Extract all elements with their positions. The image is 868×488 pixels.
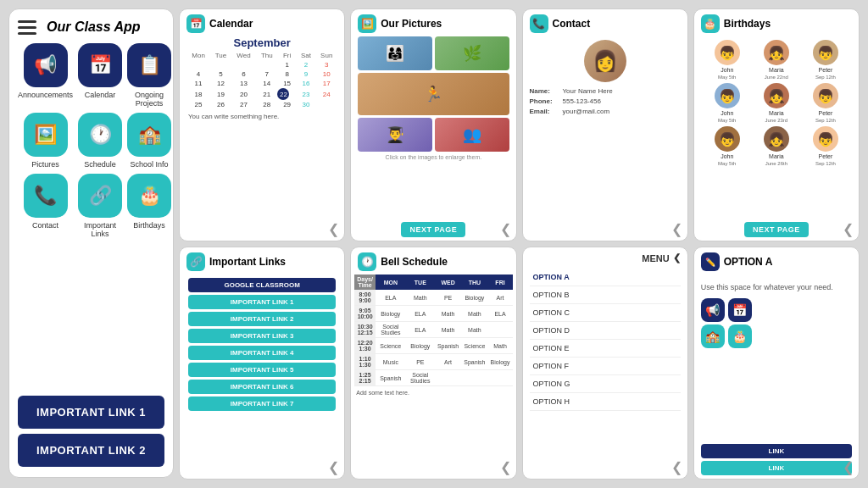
bday-date-5: Sep 12th bbox=[815, 118, 836, 123]
bday-item-5: 👦 Peter Sep 12th bbox=[803, 83, 849, 123]
bday-avatar-8: 👦 bbox=[813, 126, 838, 152]
bell-table: Days/Time MONTUEWEDTHUFRI 8:009:00 ELAMa… bbox=[354, 274, 512, 386]
bell-row-1: 8:009:00 ELAMathPEBiologyArt bbox=[354, 290, 512, 306]
bday-name-7: Maria bbox=[769, 153, 784, 159]
bell-schedule-icon: 🕐 bbox=[358, 252, 376, 271]
schedule-label: Schedule bbox=[84, 160, 116, 169]
option-a-link-btn-1[interactable]: LINK bbox=[701, 444, 852, 458]
icon-contact[interactable]: 📞 Contact bbox=[18, 174, 73, 238]
bell-schedule-nav-right[interactable]: ❮ bbox=[500, 459, 511, 475]
option-a-header: ✏️ OPTION A bbox=[694, 247, 859, 276]
bday-name-1: Maria bbox=[769, 67, 784, 73]
contact-nav-right[interactable]: ❮ bbox=[671, 221, 682, 237]
link-7[interactable]: IMPORTANT LINK 7 bbox=[188, 396, 336, 411]
birthdays-icon: 🎂 bbox=[127, 174, 171, 218]
link-button-1[interactable]: IMPORTANT LINK 1 bbox=[18, 396, 164, 429]
menu-item-option-c[interactable]: OPTION C bbox=[530, 304, 681, 322]
schedule-icon: 🕐 bbox=[78, 113, 122, 157]
option-a-grid-icon-3: 🏫 bbox=[701, 324, 725, 348]
birthdays-panel: 🎂 Birthdays 👦 John May 5th 👧 Maria June … bbox=[693, 8, 860, 241]
menu-item-option-f[interactable]: OPTION F bbox=[530, 358, 681, 375]
menu-close-icon[interactable]: ❮ bbox=[673, 252, 681, 263]
bday-item-3: 👦 John May 5th bbox=[704, 83, 750, 123]
link-3[interactable]: IMPORTANT LINK 3 bbox=[188, 329, 336, 343]
contact-panel-title: Contact bbox=[553, 18, 591, 30]
icon-school-info[interactable]: 🏫 School Info bbox=[127, 113, 171, 169]
bell-row-3: 10:3012:15 Social StudiesELAMathMath bbox=[354, 322, 512, 338]
bday-date-3: May 5th bbox=[718, 118, 736, 123]
birthdays-content: 👦 John May 5th 👧 Maria June 22nd 👦 Peter… bbox=[694, 36, 859, 219]
icon-announcements[interactable]: 📢 Announcements bbox=[18, 43, 73, 108]
icon-schedule[interactable]: 🕐 Schedule bbox=[78, 113, 122, 169]
important-links-nav-right[interactable]: ❮ bbox=[328, 459, 339, 475]
link-6[interactable]: IMPORTANT LINK 6 bbox=[188, 380, 336, 394]
icon-ongoing-projects[interactable]: 📋 Ongoing Projects bbox=[127, 43, 171, 108]
bell-row-5: 1:101:30 MusicPEArtSpanishBiology bbox=[354, 354, 512, 370]
hamburger-menu[interactable] bbox=[18, 20, 36, 35]
birthdays-next-page[interactable]: NEXT PAGE bbox=[744, 222, 809, 237]
bday-name-4: Maria bbox=[769, 110, 784, 116]
bday-avatar-0: 👦 bbox=[715, 40, 740, 65]
link-5[interactable]: IMPORTANT LINK 5 bbox=[188, 363, 336, 377]
picture-3[interactable]: 🏃 bbox=[358, 73, 509, 115]
ongoing-projects-icon: 📋 bbox=[127, 43, 171, 87]
bday-name-8: Peter bbox=[819, 153, 833, 159]
bday-name-6: John bbox=[721, 153, 733, 159]
calendar-header: 📅 Calendar bbox=[180, 9, 344, 36]
option-a-link-buttons: LINK LINK bbox=[694, 441, 859, 479]
menu-item-option-e[interactable]: OPTION E bbox=[530, 340, 681, 358]
bell-schedule-content: Days/Time MONTUEWEDTHUFRI 8:009:00 ELAMa… bbox=[351, 274, 515, 479]
contact-name-value: Your Name Here bbox=[563, 87, 613, 95]
app-container: Our Class App 📢 Announcements 📅 Calendar… bbox=[0, 0, 868, 488]
ongoing-projects-label: Ongoing Projects bbox=[127, 91, 171, 108]
option-a-grid-icon-1: 📢 bbox=[701, 298, 725, 322]
contact-avatar: 👩 bbox=[584, 40, 626, 82]
bell-schedule-panel: 🕐 Bell Schedule Days/Time MONTUEWEDTHUFR… bbox=[350, 247, 516, 480]
icon-important-links[interactable]: 🔗 Important Links bbox=[78, 174, 122, 238]
icon-birthdays[interactable]: 🎂 Birthdays bbox=[127, 174, 171, 238]
contact-content: 👩 Name: Your Name Here Phone: 555-123-45… bbox=[523, 36, 687, 241]
option-a-nav-right[interactable]: ❮ bbox=[843, 459, 854, 475]
option-a-link-btn-2[interactable]: LINK bbox=[701, 461, 852, 475]
picture-2[interactable]: 🌿 bbox=[435, 36, 509, 70]
bday-name-2: Peter bbox=[819, 67, 833, 73]
birthdays-nav-right[interactable]: ❮ bbox=[843, 221, 854, 237]
calendar-panel-icon: 📅 bbox=[186, 14, 205, 33]
calendar-content: September MonTueWedThuFriSatSun 123 4567… bbox=[180, 36, 344, 241]
menu-item-option-g[interactable]: OPTION G bbox=[530, 375, 681, 393]
app-header: Our Class App bbox=[18, 19, 164, 35]
option-a-grid-icon-2: 📅 bbox=[728, 298, 752, 322]
menu-nav-right[interactable]: ❮ bbox=[671, 459, 682, 475]
link-2[interactable]: IMPORTANT LINK 2 bbox=[188, 312, 336, 326]
option-a-grid-icon-4: 🎂 bbox=[728, 324, 752, 348]
bday-name-0: John bbox=[721, 67, 733, 73]
option-a-panel: ✏️ OPTION A Use this space for whatever … bbox=[693, 247, 860, 480]
menu-item-option-d[interactable]: OPTION D bbox=[530, 322, 681, 340]
icon-pictures[interactable]: 🖼️ Pictures bbox=[18, 113, 73, 169]
pictures-label: Pictures bbox=[31, 160, 59, 169]
menu-item-option-h[interactable]: OPTION H bbox=[530, 393, 681, 411]
pictures-nav-right[interactable]: ❮ bbox=[500, 221, 511, 237]
option-a-content: Use this space for whatever your need. 📢… bbox=[694, 276, 859, 355]
pictures-next-page[interactable]: NEXT PAGE bbox=[401, 222, 465, 237]
link-1[interactable]: IMPORTANT LINK 1 bbox=[188, 295, 336, 309]
menu-item-option-b[interactable]: OPTION B bbox=[530, 286, 681, 304]
bday-date-8: Sep 12th bbox=[815, 161, 836, 166]
birthdays-grid: 👦 John May 5th 👧 Maria June 22nd 👦 Peter… bbox=[701, 36, 852, 169]
option-a-description: Use this space for whatever your need. bbox=[701, 283, 852, 291]
bday-date-2: Sep 12th bbox=[815, 75, 836, 80]
important-links-icon: 🔗 bbox=[78, 174, 122, 218]
bday-item-7: 👧 Maria June 26th bbox=[754, 126, 799, 166]
menu-item-option-a[interactable]: OPTION A bbox=[530, 269, 681, 286]
picture-4[interactable]: 👨‍🎓 bbox=[358, 118, 432, 152]
contact-panel: 📞 Contact 👩 Name: Your Name Here Phone: … bbox=[522, 8, 688, 241]
contact-email-value: your@mail.com bbox=[563, 108, 610, 115]
picture-5[interactable]: 👥 bbox=[435, 118, 509, 152]
link-google-classroom[interactable]: GOOGLE CLASSROOM bbox=[188, 278, 336, 292]
icon-calendar[interactable]: 📅 Calendar bbox=[78, 43, 122, 108]
link-button-2[interactable]: IMPORTANT LINK 2 bbox=[18, 434, 164, 467]
link-4[interactable]: IMPORTANT LINK 4 bbox=[188, 346, 336, 360]
calendar-nav-right[interactable]: ❮ bbox=[328, 221, 339, 237]
contact-phone-row: Phone: 555-123-456 bbox=[530, 97, 681, 105]
picture-1[interactable]: 👨‍👩‍👧 bbox=[358, 36, 432, 70]
